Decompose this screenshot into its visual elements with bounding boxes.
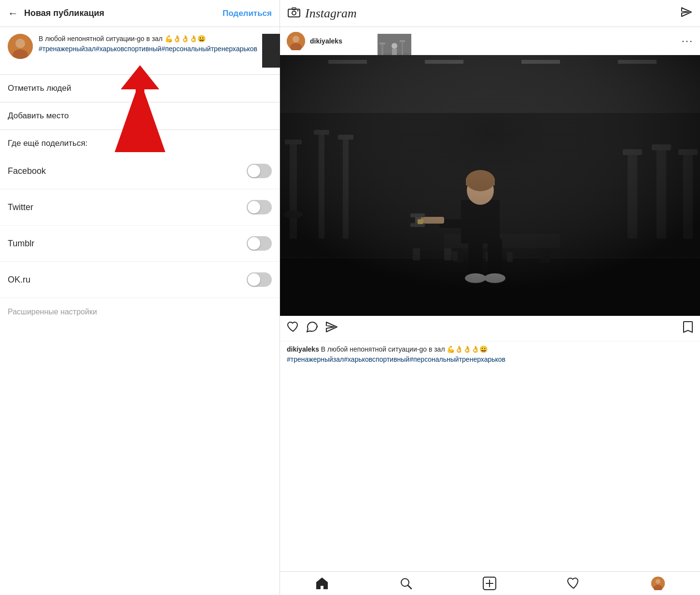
okru-toggle-knob — [248, 273, 260, 286]
svg-line-72 — [408, 585, 411, 589]
post-text: В любой непонятной ситуации-go в зал 💪👌👌… — [39, 34, 257, 44]
post-preview: В любой непонятной ситуации-go в зал 💪👌👌… — [0, 27, 280, 75]
twitter-label: Twitter — [8, 202, 33, 212]
page-title: Новая публикация — [24, 8, 223, 18]
tumblr-toggle-knob — [248, 237, 260, 250]
bookmark-button[interactable] — [683, 321, 693, 336]
search-nav-button[interactable] — [400, 577, 412, 590]
ig-avatar — [287, 32, 305, 50]
twitter-toggle[interactable] — [247, 200, 272, 214]
ig-logo: Instagram — [305, 6, 681, 21]
ig-username: dikiyaleks — [310, 37, 682, 45]
comment-button[interactable] — [306, 321, 319, 336]
svg-point-21 — [293, 36, 299, 42]
svg-rect-10 — [392, 49, 397, 56]
back-button[interactable]: ← — [8, 7, 18, 20]
share-button[interactable]: Поделиться — [223, 9, 272, 18]
ig-user-row: dikiyaleks ··· — [280, 27, 700, 55]
add-place-item[interactable]: Добавить место — [0, 102, 280, 130]
profile-nav-button[interactable] — [651, 577, 665, 590]
tumblr-toggle-row: Tumblr — [0, 226, 280, 262]
add-nav-button[interactable] — [483, 577, 496, 590]
tag-people-label: Отметить людей — [8, 84, 71, 93]
okru-toggle[interactable] — [247, 272, 272, 287]
facebook-label: Facebook — [8, 166, 46, 176]
ig-caption: dikiyaleks В любой непонятной ситуации-g… — [280, 341, 700, 369]
svg-point-77 — [656, 579, 660, 584]
post-image — [280, 55, 700, 316]
ig-actions — [280, 316, 700, 341]
svg-point-1 — [15, 39, 25, 48]
send-icon[interactable] — [681, 7, 692, 20]
add-place-label: Добавить место — [8, 111, 69, 121]
svg-point-19 — [297, 10, 299, 11]
svg-rect-6 — [379, 42, 385, 44]
twitter-toggle-row: Twitter — [0, 189, 280, 226]
left-header: ← Новая публикация Поделиться — [0, 0, 280, 27]
home-nav-button[interactable] — [315, 577, 329, 590]
okru-label: OK.ru — [8, 275, 30, 285]
share-button-ig[interactable] — [325, 321, 338, 336]
left-panel: ← Новая публикация Поделиться В любой не… — [0, 0, 280, 595]
facebook-toggle-row: Facebook — [0, 153, 280, 189]
caption-text: В любой непонятной ситуации-go в зал 💪👌👌… — [319, 345, 488, 353]
facebook-toggle[interactable] — [247, 164, 272, 178]
svg-rect-70 — [280, 55, 700, 316]
right-panel: Instagram dikiyaleks ··· — [280, 0, 700, 595]
more-options-button[interactable]: ··· — [682, 35, 693, 47]
tumblr-toggle[interactable] — [247, 236, 272, 251]
activity-nav-button[interactable] — [567, 577, 580, 590]
twitter-toggle-knob — [248, 201, 260, 213]
tumblr-label: Tumblr — [8, 239, 34, 249]
tag-people-item[interactable]: Отметить людей — [0, 75, 280, 102]
facebook-toggle-knob — [248, 165, 260, 177]
svg-point-9 — [392, 43, 397, 49]
svg-point-17 — [292, 11, 296, 15]
camera-icon[interactable] — [288, 7, 300, 20]
svg-rect-5 — [381, 43, 383, 56]
post-hashtags: #тренажерныйзал#харьковспортивный#персон… — [39, 44, 257, 54]
post-text-area: В любой непонятной ситуации-go в зал 💪👌👌… — [39, 34, 257, 54]
ig-bottom-nav — [280, 571, 700, 595]
advanced-settings[interactable]: Расширенные настройки — [0, 298, 280, 326]
ig-header: Instagram — [280, 0, 700, 27]
svg-rect-8 — [400, 40, 405, 42]
caption-hashtags: #тренажерныйзал#харьковспортивный#персон… — [287, 355, 505, 363]
caption-username: dikiyaleks — [287, 345, 319, 353]
svg-rect-7 — [402, 41, 403, 56]
share-section-header: Где ещё поделиться: — [0, 130, 280, 153]
like-button[interactable] — [287, 321, 299, 336]
okru-toggle-row: OK.ru — [0, 262, 280, 298]
avatar — [8, 34, 33, 59]
